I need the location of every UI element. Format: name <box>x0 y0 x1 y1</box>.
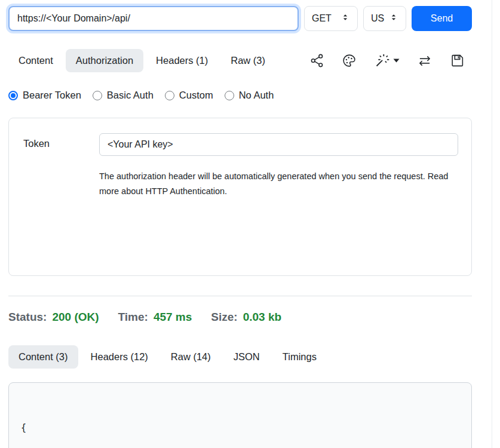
api-client-page: GET US Send Content Authorization Header… <box>0 0 492 448</box>
request-bar: GET US Send <box>8 6 472 31</box>
request-tabs-row: Content Authorization Headers (1) Raw (3… <box>8 49 472 72</box>
region-select-value: US <box>371 13 384 24</box>
method-select-value: GET <box>312 13 332 24</box>
radio-unselected-icon <box>225 91 234 100</box>
tab-headers[interactable]: Headers (1) <box>146 49 218 72</box>
size-label: Size: <box>211 311 237 324</box>
status-value: 200 (OK) <box>52 311 99 324</box>
auth-options: Bearer Token Basic Auth Custom No Auth <box>8 90 472 101</box>
region-select[interactable]: US <box>363 6 406 31</box>
response-status-row: Status: 200 (OK) Time: 457 ms Size: 0.03… <box>8 311 472 324</box>
token-row: Token <box>23 133 458 156</box>
size-value: 0.03 kb <box>243 311 281 324</box>
response-tab-headers[interactable]: Headers (12) <box>81 345 158 369</box>
radio-no-auth[interactable]: No Auth <box>225 90 274 101</box>
token-label: Token <box>23 133 99 156</box>
time-label: Time: <box>118 311 148 324</box>
dropdown-caret-icon <box>393 58 400 63</box>
response-tab-json[interactable]: JSON <box>223 345 270 369</box>
save-icon[interactable] <box>450 53 465 68</box>
tab-raw[interactable]: Raw (3) <box>220 49 275 72</box>
response-tab-raw[interactable]: Raw (14) <box>161 345 221 369</box>
radio-label: Bearer Token <box>23 90 81 101</box>
radio-selected-icon <box>8 91 18 100</box>
radio-label: No Auth <box>239 90 274 101</box>
tab-authorization[interactable]: Authorization <box>66 49 143 72</box>
response-tab-timings[interactable]: Timings <box>272 345 327 369</box>
url-input[interactable] <box>8 6 299 31</box>
response-tab-content[interactable]: Content (3) <box>8 345 78 369</box>
swap-arrows-icon[interactable] <box>417 53 432 69</box>
token-input[interactable] <box>99 133 458 156</box>
share-icon[interactable] <box>309 53 324 68</box>
send-button[interactable]: Send <box>412 6 472 31</box>
tab-content[interactable]: Content <box>8 49 63 72</box>
magic-wand-icon[interactable] <box>374 53 400 69</box>
time-value: 457 ms <box>154 311 192 324</box>
radio-label: Basic Auth <box>107 90 154 101</box>
radio-basic-auth[interactable]: Basic Auth <box>93 90 154 101</box>
radio-custom[interactable]: Custom <box>165 90 213 101</box>
response-tabs-row: Content (3) Headers (12) Raw (14) JSON T… <box>8 345 472 369</box>
auth-help-text: The authorization header will be automat… <box>99 169 452 199</box>
method-select[interactable]: GET <box>304 6 358 31</box>
response-body-code[interactable]: { "message": "API running." } <box>8 382 472 448</box>
auth-panel: Token The authorization header will be a… <box>8 118 472 276</box>
radio-label: Custom <box>179 90 213 101</box>
status-label: Status: <box>8 311 47 324</box>
palette-icon[interactable] <box>342 53 357 68</box>
updown-caret-icon <box>341 13 350 24</box>
radio-unselected-icon <box>93 91 102 100</box>
section-divider <box>8 296 472 296</box>
radio-unselected-icon <box>165 91 174 100</box>
radio-bearer-token[interactable]: Bearer Token <box>8 90 81 101</box>
toolbar <box>309 53 472 69</box>
code-line: { <box>21 421 459 435</box>
updown-caret-icon <box>389 13 398 24</box>
